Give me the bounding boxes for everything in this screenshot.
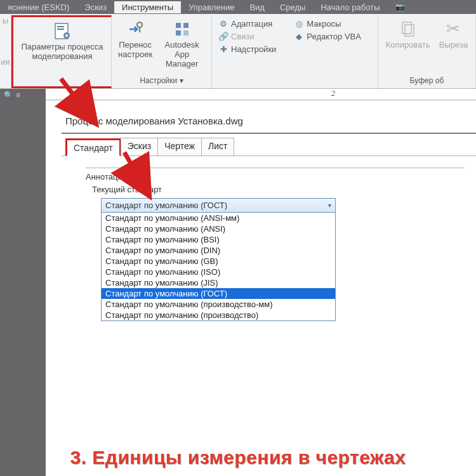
truncated-label-2: ия: [1, 58, 10, 67]
combo-option[interactable]: Стандарт по умолчанию (DIN): [102, 245, 335, 256]
plus-icon: ✚: [218, 44, 228, 54]
menu-item-sketch[interactable]: Эскиз: [77, 1, 114, 13]
addons-button[interactable]: ✚Надстройки: [217, 43, 277, 55]
tab-standard[interactable]: Стандарт: [65, 138, 121, 156]
svg-rect-8: [176, 30, 181, 36]
tab-drawing[interactable]: Чертеж: [157, 138, 202, 155]
app-manager-button[interactable]: Autodesk App Manager: [156, 17, 208, 72]
combo-option[interactable]: Стандарт по умолчанию (ANSI-мм): [102, 213, 335, 223]
menu-item-environments[interactable]: Среды: [272, 1, 314, 13]
modeling-params-line2: моделирования: [32, 52, 92, 62]
copy-button[interactable]: Копировать: [383, 17, 433, 53]
panel-label-settings[interactable]: Настройки ▾: [140, 76, 183, 87]
svg-point-5: [137, 22, 142, 27]
menu-item-manage[interactable]: Управление: [181, 1, 242, 13]
scissors-icon: ✂: [442, 19, 464, 39]
links-button[interactable]: 🔗Связи: [217, 30, 255, 42]
app-grid-icon: [171, 19, 193, 39]
ruler: 2: [46, 89, 476, 100]
ribbon: ы ия Параметры процесса моделирования Пе…: [0, 14, 476, 89]
menu-item-eskd[interactable]: яснение (ESKD): [0, 1, 77, 13]
combo-option[interactable]: Стандарт по умолчанию (ANSI): [102, 223, 335, 234]
customize-icon: ⚙: [218, 18, 228, 29]
combo-option[interactable]: Стандарт по умолчанию (JIS): [102, 277, 335, 288]
document-gear-icon: [51, 21, 73, 41]
copy-icon: [397, 19, 419, 39]
panel-label-clipboard: Буфер об: [410, 76, 444, 87]
menu-item-getstarted[interactable]: Начало работы: [313, 1, 387, 13]
modeling-process-dialog: Процесс моделирования Установка.dwg Стан…: [62, 110, 476, 476]
slide-caption: 3. Единицы измерения в чертежах: [0, 447, 476, 468]
combo-option[interactable]: Стандарт по умолчанию (BSI): [102, 234, 335, 245]
wrench-arrow-icon: [124, 19, 146, 39]
svg-rect-11: [405, 25, 414, 36]
chevron-down-icon: ▾: [328, 202, 331, 209]
left-panel: 🔍 ≡: [0, 89, 46, 476]
truncated-label-1: ы: [3, 17, 8, 26]
combo-option[interactable]: Стандарт по умолчанию (производство): [102, 310, 335, 321]
svg-point-4: [65, 34, 68, 37]
menu-item-view[interactable]: Вид: [242, 1, 272, 13]
search-icon[interactable]: 🔍: [4, 91, 13, 100]
combobox-selected[interactable]: Стандарт по умолчанию (ГОСТ) ▾: [102, 199, 335, 212]
camera-icon[interactable]: 📷: [388, 1, 407, 13]
dialog-tabs: Стандарт Эскиз Чертеж Лист: [62, 138, 476, 156]
modeling-params-button[interactable]: Параметры процесса моделирования: [11, 15, 112, 88]
dialog-title: Процесс моделирования Установка.dwg: [62, 110, 476, 134]
vba-icon: ◆: [294, 31, 304, 41]
combobox-list: Стандарт по умолчанию (ANSI-мм) Стандарт…: [102, 212, 335, 321]
svg-rect-7: [183, 23, 188, 28]
section-annotations: Аннотации: [86, 171, 465, 183]
combo-option[interactable]: Стандарт по умолчанию (производство-мм): [102, 299, 335, 310]
combo-option-highlighted[interactable]: Стандарт по умолчанию (ГОСТ): [102, 288, 335, 299]
tab-sketch[interactable]: Эскиз: [121, 138, 158, 155]
link-icon: 🔗: [218, 31, 228, 41]
combo-option[interactable]: Стандарт по умолчанию (GB): [102, 256, 335, 267]
svg-rect-1: [57, 26, 64, 27]
macros-button[interactable]: ◎Макросы: [293, 18, 342, 29]
tab-sheet[interactable]: Лист: [201, 138, 234, 155]
svg-rect-9: [183, 30, 188, 36]
menu-icon[interactable]: ≡: [16, 91, 20, 100]
menubar: яснение (ESKD) Эскиз Инструменты Управле…: [0, 0, 476, 14]
customize-button[interactable]: ⚙Адаптация: [217, 18, 274, 29]
transfer-settings-button[interactable]: Перенос настроек: [116, 17, 155, 72]
modeling-params-line1: Параметры процесса: [21, 43, 103, 52]
macro-icon: ◎: [294, 18, 304, 29]
menu-item-tools[interactable]: Инструменты: [114, 1, 181, 13]
svg-rect-2: [57, 29, 64, 30]
svg-rect-10: [402, 22, 411, 34]
current-standard-label: Текущий стандарт: [86, 183, 465, 198]
cut-button[interactable]: ✂ Выреза: [437, 17, 470, 53]
combo-option[interactable]: Стандарт по умолчанию (ISO): [102, 267, 335, 277]
vba-editor-button[interactable]: ◆Редактор VBA: [293, 30, 362, 42]
standard-combobox[interactable]: Стандарт по умолчанию (ГОСТ) ▾ Стандарт …: [101, 198, 336, 321]
svg-rect-6: [176, 23, 181, 28]
